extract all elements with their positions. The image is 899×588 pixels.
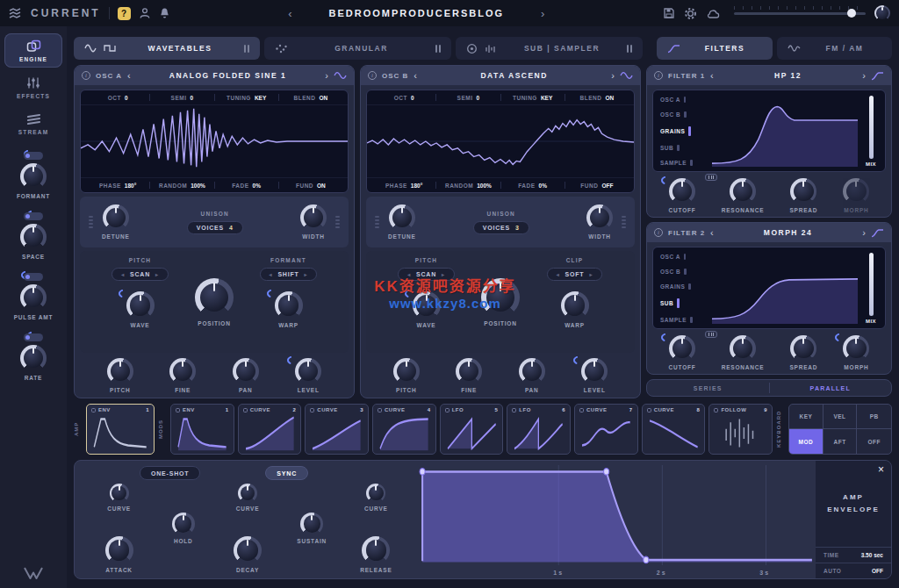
filter-type[interactable]: HP 12 <box>719 71 858 80</box>
route-sub[interactable]: SUB <box>660 145 708 151</box>
width-knob[interactable] <box>586 204 613 231</box>
level-knob[interactable] <box>581 358 608 384</box>
pause-icon[interactable] <box>435 45 441 53</box>
output-gain-knob[interactable] <box>874 5 890 21</box>
filter-1-display[interactable]: OSC A OSC B GRAINS SUB SAMPLE <box>652 90 886 172</box>
detune-knob[interactable] <box>103 204 129 231</box>
mod-slot-curve-4[interactable]: CURVE4 <box>372 404 436 455</box>
notifications-bell-icon[interactable] <box>159 7 170 19</box>
tab-granular[interactable]: GRANULAR <box>264 37 451 60</box>
envelope-display[interactable]: 1 s 2 s 3 s <box>419 461 816 578</box>
prev-filter-type-icon[interactable]: ‹ <box>710 227 714 238</box>
info-icon[interactable]: i <box>368 71 377 80</box>
prev-filter-type-icon[interactable]: ‹ <box>710 70 714 81</box>
pulse-amt-knob[interactable] <box>20 284 47 311</box>
space-knob[interactable] <box>20 224 47 250</box>
save-icon[interactable] <box>663 7 675 19</box>
prev-wavetable-icon[interactable]: ‹ <box>414 70 417 81</box>
mod-slot-follow-9[interactable]: FOLLOW9 <box>708 404 773 455</box>
wavetable-name[interactable]: ANALOG FOLDED SINE 1 <box>136 71 320 80</box>
next-filter-type-icon[interactable]: › <box>862 227 866 238</box>
route-osc-a[interactable]: OSC A <box>660 254 708 260</box>
spread-knob[interactable] <box>790 178 816 204</box>
kb-mod-mod[interactable]: MOD <box>789 429 823 454</box>
info-icon[interactable]: i <box>654 71 663 80</box>
decay-curve-knob[interactable] <box>238 484 257 503</box>
resonance-knob[interactable] <box>730 335 756 362</box>
kb-mod-pb[interactable]: PB <box>857 405 891 429</box>
mod-slot-curve-3[interactable]: CURVE3 <box>305 404 369 455</box>
osc-a-display[interactable]: OCT0 SEMI0 TUNINGKEY BLENDON PHASE180° R… <box>80 90 349 193</box>
position-knob[interactable] <box>195 278 234 317</box>
sidebar-item-effects[interactable]: EFFECTS <box>4 70 62 104</box>
wavetable-name[interactable]: DATA ASCEND <box>422 71 606 80</box>
resonance-knob[interactable] <box>730 178 756 204</box>
next-preset-icon[interactable]: › <box>541 7 544 20</box>
grip-handle[interactable] <box>705 174 717 181</box>
pitch-mode-selector[interactable]: ◂SCAN▸ <box>111 268 169 281</box>
route-sample[interactable]: SAMPLE <box>660 160 708 166</box>
pan-knob[interactable] <box>519 358 545 384</box>
mod-slot-curve-8[interactable]: CURVE8 <box>642 404 706 455</box>
route-grains[interactable]: GRAINS <box>660 283 708 290</box>
mod-drag-handle[interactable] <box>24 273 43 281</box>
kb-mod-aft[interactable]: AFT <box>823 429 858 454</box>
warp-knob[interactable] <box>561 291 589 319</box>
hold-knob[interactable] <box>172 513 195 535</box>
close-icon[interactable]: × <box>878 463 884 476</box>
wave-knob[interactable] <box>126 291 155 319</box>
route-osc-b[interactable]: OSC B <box>660 111 708 118</box>
decay-knob[interactable] <box>234 536 262 564</box>
master-volume-slider[interactable] <box>734 12 866 15</box>
info-icon[interactable]: i <box>654 228 663 237</box>
fine-knob[interactable] <box>169 358 196 384</box>
grip-handle[interactable] <box>622 216 626 228</box>
cloud-icon[interactable] <box>706 8 720 19</box>
one-shot-button[interactable]: ONE-SHOT <box>140 466 200 480</box>
envelope-time-row[interactable]: TIME 3.50 sec <box>816 547 891 563</box>
pan-knob[interactable] <box>233 358 259 384</box>
formant-mode-selector[interactable]: ◂SHIFT▸ <box>260 268 318 281</box>
tab-fm-am[interactable]: FM / AM <box>777 37 892 60</box>
mix-slider[interactable] <box>869 253 874 316</box>
mod-slot-lfo-6[interactable]: LFO6 <box>507 404 571 455</box>
mod-drag-handle[interactable] <box>24 333 43 341</box>
filter-type[interactable]: MORPH 24 <box>719 228 858 237</box>
grip-handle[interactable] <box>705 331 717 338</box>
prev-preset-icon[interactable]: ‹ <box>288 7 291 20</box>
position-knob[interactable] <box>481 278 520 317</box>
attack-knob[interactable] <box>105 536 133 564</box>
tab-sub-sampler[interactable]: SUB | SAMPLER <box>456 37 643 60</box>
release-knob[interactable] <box>362 536 390 564</box>
route-osc-b[interactable]: OSC B <box>660 269 708 275</box>
spread-knob[interactable] <box>790 335 816 362</box>
mix-slider[interactable] <box>869 96 874 159</box>
mod-drag-handle[interactable] <box>24 152 43 160</box>
pitch-mode-selector[interactable]: ◂SCAN▸ <box>398 268 455 281</box>
sidebar-item-engine[interactable]: ENGINE <box>4 33 62 68</box>
wave-knob[interactable] <box>413 291 441 319</box>
amp-env-slot[interactable]: ENV1 <box>86 404 155 455</box>
sync-button[interactable]: SYNC <box>265 466 308 480</box>
tab-wavetables[interactable]: WAVETABLES <box>74 37 260 60</box>
mod-slot-env-1[interactable]: ENV1 <box>170 404 234 455</box>
voices-selector[interactable]: VOICES4 <box>187 221 243 234</box>
morph-knob[interactable] <box>843 335 869 362</box>
tab-filters[interactable]: FILTERS <box>657 37 773 60</box>
warp-knob[interactable] <box>275 291 303 319</box>
grip-handle[interactable] <box>335 216 340 228</box>
voices-selector[interactable]: VOICES3 <box>473 221 529 234</box>
osc-b-display[interactable]: OCT0 SEMI0 TUNINGKEY BLENDON PHASE180° R… <box>366 90 635 193</box>
next-filter-type-icon[interactable]: › <box>862 70 866 81</box>
rate-knob[interactable] <box>20 345 47 371</box>
filter-2-display[interactable]: OSC A OSC B GRAINS SUB SAMPLE <box>652 247 886 329</box>
sidebar-item-stream[interactable]: STREAM <box>4 107 62 140</box>
level-knob[interactable] <box>295 358 321 384</box>
series-button[interactable]: SERIES <box>647 385 769 391</box>
info-icon[interactable]: i <box>82 71 90 80</box>
prev-wavetable-icon[interactable]: ‹ <box>127 70 131 81</box>
route-grains[interactable]: GRAINS <box>660 126 708 136</box>
kb-mod-key[interactable]: KEY <box>789 405 823 429</box>
cutoff-knob[interactable] <box>669 178 695 204</box>
mod-slot-curve-2[interactable]: CURVE2 <box>238 404 302 455</box>
